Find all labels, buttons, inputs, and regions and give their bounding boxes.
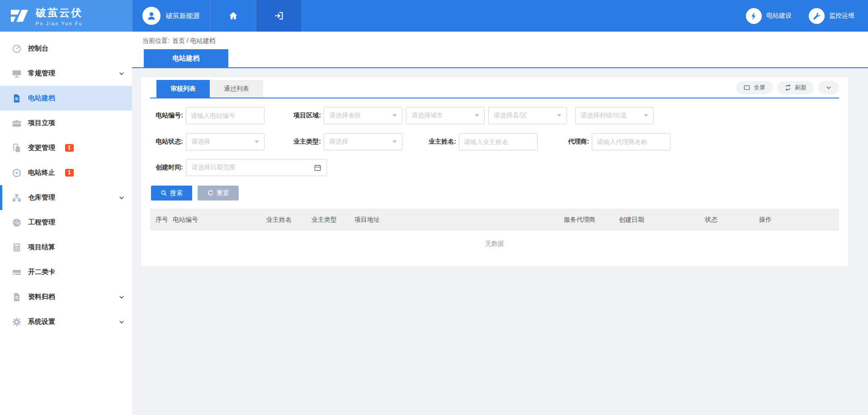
station-status-select[interactable]: 请选择 <box>186 133 264 150</box>
select-caret-icon <box>557 114 561 117</box>
copy-icon <box>12 143 22 153</box>
province-select[interactable]: 请选择省份 <box>324 107 402 124</box>
chevron-down-icon <box>118 294 125 300</box>
sidebar-item-station-termination[interactable]: 电站终止 1 <box>0 160 132 185</box>
sign-in-icon <box>274 11 284 21</box>
owner-type-select[interactable]: 请选择 <box>324 133 402 150</box>
project-region-label: 项目区域: <box>288 112 324 120</box>
date-range-picker[interactable]: 请选择日期范围 <box>186 159 327 176</box>
sidebar-item-project-initiation[interactable]: 项目立项 <box>0 111 132 135</box>
col-actions: 操作 <box>754 209 839 231</box>
sidebar-item-console[interactable]: 控制台 <box>0 36 132 61</box>
select-caret-icon <box>644 114 648 117</box>
sidebar-item-general-management[interactable]: 常规管理 <box>0 61 132 86</box>
col-station-code: 电站编号 <box>167 209 261 231</box>
panel: 审核列表 通过列表 全屏 <box>141 77 848 266</box>
results-table: 序号 电站编号 业主姓名 业主类型 项目地址 服务代理商 创建日期 状态 操作 <box>150 209 839 231</box>
page-tab-bar: 电站建档 <box>132 50 868 68</box>
gauge-icon <box>12 44 22 54</box>
chevron-down-icon <box>826 84 832 91</box>
breadcrumb-path: 首页 / 电站建档 <box>172 37 216 45</box>
station-code-input[interactable] <box>186 107 264 124</box>
sidebar-item-label: 工程管理 <box>28 218 55 227</box>
sidebar-item-label: 常规管理 <box>28 69 55 78</box>
tab-review-list[interactable]: 审核列表 <box>156 80 210 98</box>
sidebar-item-label: 项目立项 <box>28 119 55 127</box>
app-root: 破茧云伏 Po Jian Yun Fu 破茧新能源 <box>0 0 868 415</box>
col-status: 状态 <box>699 209 754 231</box>
sidebar-item-label: 开二类卡 <box>28 268 55 276</box>
tab-station-filing[interactable]: 电站建档 <box>144 49 228 67</box>
brand-subtitle: Po Jian Yun Fu <box>36 21 83 26</box>
owner-name-label: 业主姓名: <box>423 138 459 146</box>
sidebar-item-label: 项目结算 <box>28 243 55 252</box>
mode-station-construction[interactable]: 电站建设 <box>746 8 792 24</box>
mode-label: 电站建设 <box>766 12 792 20</box>
sidebar-item-engineering-management[interactable]: 工程管理 <box>0 210 132 235</box>
col-service-agent: 服务代理商 <box>558 209 613 231</box>
agent-input[interactable] <box>592 133 670 150</box>
signin-button[interactable] <box>256 0 302 32</box>
topbar-user[interactable]: 破茧新能源 <box>132 0 210 32</box>
badge-count: 1 <box>65 144 74 152</box>
station-code-label: 电站编号: <box>150 112 186 120</box>
briefcase-icon <box>12 118 22 128</box>
gear-icon <box>12 317 22 327</box>
home-button[interactable] <box>210 0 256 32</box>
select-caret-icon <box>392 114 397 117</box>
owner-name-input[interactable] <box>459 133 538 150</box>
collapse-panel-button[interactable] <box>818 81 839 94</box>
app-logo: 破茧云伏 Po Jian Yun Fu <box>0 0 132 32</box>
calculator-icon <box>12 242 22 252</box>
sitemap-icon <box>12 193 22 203</box>
sidebar: 控制台 常规管理 电站建档 <box>0 32 132 415</box>
table-header-row: 序号 电站编号 业主姓名 业主类型 项目地址 服务代理商 创建日期 状态 操作 <box>150 209 839 231</box>
topbar-right: 电站建设 监控运维 <box>746 0 868 32</box>
town-select[interactable]: 请选择村镇/街道 <box>575 107 654 124</box>
archive-icon <box>12 292 22 302</box>
mode-label: 监控运维 <box>829 12 854 20</box>
sidebar-item-label: 电站建档 <box>28 94 55 103</box>
sidebar-item-label: 电站终止 <box>28 168 55 177</box>
select-caret-icon <box>475 114 479 117</box>
created-time-label: 创建时间: <box>150 163 186 172</box>
card-icon <box>12 267 22 277</box>
topbar: 破茧云伏 Po Jian Yun Fu 破茧新能源 <box>0 0 868 32</box>
col-created-date: 创建日期 <box>613 209 699 231</box>
sidebar-item-open-type2-card[interactable]: 开二类卡 <box>0 260 132 284</box>
filter-row-3: 创建时间: 请选择日期范围 <box>150 159 839 176</box>
sidebar-item-label: 资料归档 <box>28 293 55 301</box>
sidebar-item-warehouse-management[interactable]: 仓库管理 <box>0 185 132 210</box>
user-avatar-icon <box>142 7 160 25</box>
mode-monitoring-ops[interactable]: 监控运维 <box>809 8 854 24</box>
fullscreen-button[interactable]: 全屏 <box>736 81 773 94</box>
sidebar-item-change-management[interactable]: 变更管理 1 <box>0 135 132 160</box>
sidebar-item-system-settings[interactable]: 系统设置 <box>0 309 132 334</box>
breadcrumb: 当前位置: 首页 / 电站建档 <box>132 32 868 50</box>
reset-button[interactable]: 重置 <box>198 186 239 201</box>
sidebar-item-project-settlement[interactable]: 项目结算 <box>0 235 132 260</box>
document-icon <box>12 93 22 103</box>
station-status-label: 电站状态: <box>150 138 186 146</box>
search-button[interactable]: 搜索 <box>151 186 192 201</box>
district-select[interactable]: 请选择县/区 <box>488 107 567 124</box>
dashboard-icon <box>12 218 22 228</box>
panel-tab-bar: 审核列表 通过列表 全屏 <box>150 80 839 98</box>
chevron-down-icon <box>118 195 125 201</box>
badge-count: 1 <box>65 169 74 177</box>
sidebar-item-data-archiving[interactable]: 资料归档 <box>0 284 132 309</box>
filter-buttons: 搜索 重置 <box>150 186 839 201</box>
lightning-icon <box>746 8 762 24</box>
content: 审核列表 通过列表 全屏 <box>132 68 868 266</box>
refresh-button[interactable]: 刷新 <box>777 81 814 94</box>
monitor-icon <box>12 69 22 79</box>
wrench-icon <box>809 8 825 24</box>
target-icon <box>12 168 22 178</box>
city-select[interactable]: 请选择城市 <box>406 107 485 124</box>
chevron-down-icon <box>118 70 125 77</box>
calendar-icon <box>314 164 321 172</box>
select-caret-icon <box>392 140 397 143</box>
sidebar-item-station-filing[interactable]: 电站建档 <box>0 86 132 111</box>
tab-passed-list[interactable]: 通过列表 <box>210 80 263 98</box>
col-owner-type: 业主类型 <box>306 209 349 231</box>
